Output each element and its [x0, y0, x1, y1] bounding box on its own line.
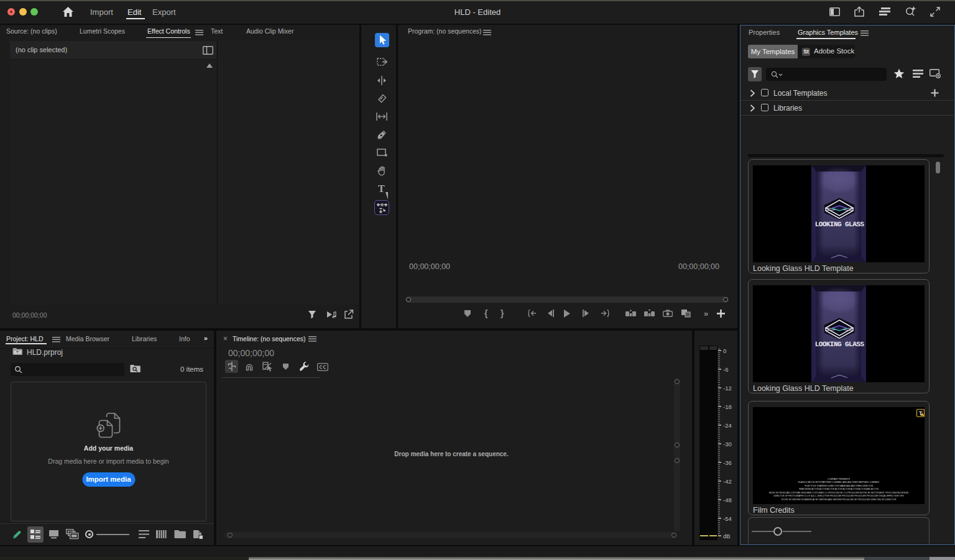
svg-text:DIRECTOR OF PHOTOGRAPHY D.O.P.: DIRECTOR OF PHOTOGRAPHY D.O.P. A.S.C. EX… [773, 495, 904, 497]
svg-text:LOOKING GLASS: LOOKING GLASS [815, 341, 865, 348]
svg-text:LOOKING GLASS: LOOKING GLASS [815, 221, 865, 228]
svg-text:STORY BY WRITER SCREENPLAY BY: STORY BY WRITER SCREENPLAY BY WRITER AND… [782, 498, 897, 501]
svg-text:'FILM TITLE' STARRING DIRECTOR: 'FILM TITLE' STARRING DIRECTOR NAME AND … [805, 485, 874, 487]
svg-text:COMPANY PRESENTS: COMPANY PRESENTS [828, 478, 851, 480]
svg-text:IN ASSOCIATION WITH PARTNER CO: IN ASSOCIATION WITH PARTNER COMPANY AND … [798, 481, 880, 484]
svg-text:MUSIC BY MUSICIAN COSTUME DESI: MUSIC BY MUSICIAN COSTUME DESIGNER COSTU… [769, 492, 909, 494]
svg-text:FEATURING ACTOR ACTOR ACTOR AC: FEATURING ACTOR ACTOR ACTOR ACTOR ACTOR … [799, 488, 879, 490]
